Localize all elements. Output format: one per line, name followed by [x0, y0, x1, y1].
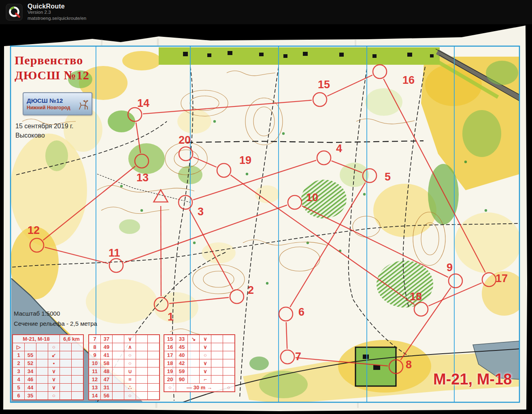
control-number-17: 17: [496, 272, 508, 284]
control-number-4: 4: [336, 142, 342, 155]
control-number-8: 8: [406, 359, 412, 371]
control-number-1: 1: [168, 311, 174, 323]
control-number-10: 10: [306, 191, 318, 204]
control-number-15: 15: [318, 79, 330, 91]
quickroute-window: QuickRoute Version 2.3 matstroeng.se/qui…: [0, 0, 532, 414]
app-url: matstroeng.se/quickroute/en: [28, 15, 86, 21]
control-number-18: 18: [410, 291, 422, 303]
control-number-13: 13: [136, 172, 149, 184]
app-header: QuickRoute Version 2.3 matstroeng.se/qui…: [0, 0, 532, 24]
orienteering-map-canvas[interactable]: 1234567891011121314151617181920: [0, 0, 532, 414]
control-number-20: 20: [179, 134, 191, 146]
control-number-5: 5: [385, 171, 391, 183]
app-version: Version 2.3: [28, 9, 86, 15]
control-number-3: 3: [198, 206, 204, 218]
control-number-9: 9: [447, 261, 453, 274]
control-number-2: 2: [248, 284, 254, 296]
control-number-7: 7: [295, 350, 301, 363]
control-number-16: 16: [402, 74, 415, 86]
control-number-19: 19: [239, 154, 251, 166]
control-number-11: 11: [109, 247, 120, 259]
course-leg: [161, 206, 161, 296]
quickroute-logo-icon: [6, 4, 23, 21]
control-number-6: 6: [298, 306, 304, 318]
control-number-14: 14: [137, 97, 149, 109]
app-title: QuickRoute: [28, 3, 86, 9]
control-number-12: 12: [28, 224, 40, 236]
